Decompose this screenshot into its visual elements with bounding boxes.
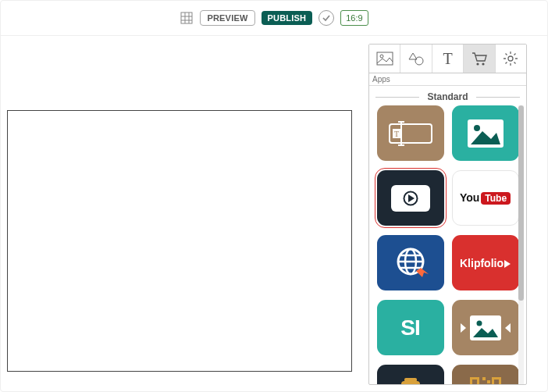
- toolbar-center-group: PREVIEW PUBLISH 16:9: [180, 10, 368, 26]
- stack-app[interactable]: [377, 365, 444, 384]
- panel-scrollbar[interactable]: [518, 105, 524, 384]
- svg-marker-43: [505, 323, 511, 333]
- publish-button[interactable]: PUBLISH: [262, 11, 313, 25]
- text-type-icon: T: [443, 50, 452, 68]
- apps-grid: T: [375, 105, 520, 384]
- cart-icon: [471, 52, 487, 66]
- youtube-icon: YouTube: [460, 191, 511, 205]
- klipfolio-app[interactable]: Klipfolio: [452, 235, 519, 290]
- svg-point-40: [476, 320, 482, 326]
- svg-line-19: [514, 54, 516, 55]
- svg-rect-54: [487, 380, 490, 383]
- stack-icon: [395, 378, 426, 385]
- svg-point-10: [482, 62, 484, 65]
- panel-apps-label: Apps: [369, 73, 526, 86]
- youtube-app[interactable]: YouTube: [452, 170, 519, 226]
- svg-rect-45: [404, 378, 417, 382]
- svg-rect-0: [181, 12, 192, 23]
- editor-viewport: PREVIEW PUBLISH 16:9: [0, 0, 548, 392]
- svg-point-27: [474, 125, 480, 131]
- tab-shapes[interactable]: [400, 45, 432, 73]
- slideshow-app[interactable]: [452, 300, 519, 355]
- section-standard-header: Standard: [369, 91, 526, 102]
- gear-icon: [504, 52, 518, 66]
- slideshow-icon: [458, 309, 513, 347]
- grid-icon: [180, 12, 193, 24]
- right-panel: T Apps St: [368, 44, 527, 385]
- svg-point-8: [415, 57, 423, 65]
- stock-image-app[interactable]: SI: [377, 300, 444, 355]
- aspect-ratio-button[interactable]: 16:9: [340, 10, 368, 26]
- svg-marker-31: [408, 194, 415, 202]
- picture-icon: [465, 117, 506, 150]
- image-icon: [376, 52, 393, 66]
- svg-point-9: [476, 62, 479, 65]
- svg-rect-48: [472, 380, 477, 384]
- checkmark-icon: [322, 13, 331, 23]
- validate-button[interactable]: [318, 10, 334, 26]
- tab-settings[interactable]: [496, 45, 526, 73]
- svg-text:T: T: [394, 130, 399, 138]
- tab-text[interactable]: T: [432, 45, 464, 73]
- video-player-app[interactable]: [377, 170, 444, 226]
- svg-point-11: [508, 56, 513, 61]
- text-box-app[interactable]: T: [377, 105, 444, 161]
- section-standard-label: Standard: [419, 91, 475, 102]
- play-icon: [388, 182, 433, 215]
- svg-marker-38: [504, 260, 511, 268]
- editor-canvas[interactable]: [7, 110, 352, 372]
- panel-tab-strip: T: [369, 45, 526, 73]
- apps-scroll-area[interactable]: T: [369, 105, 526, 384]
- tab-apps[interactable]: [464, 45, 495, 73]
- tab-image[interactable]: [369, 45, 400, 73]
- shape-icon: [408, 52, 424, 66]
- svg-line-16: [506, 54, 507, 55]
- image-app[interactable]: [452, 105, 519, 161]
- svg-point-6: [380, 55, 383, 58]
- preview-button[interactable]: PREVIEW: [200, 10, 254, 26]
- grid-toggle-button[interactable]: [180, 11, 194, 25]
- svg-marker-37: [416, 268, 429, 277]
- svg-rect-29: [391, 185, 430, 212]
- qr-app[interactable]: [452, 365, 519, 384]
- svg-rect-53: [482, 377, 486, 380]
- textbox-icon: T: [389, 120, 432, 147]
- web-app[interactable]: [377, 235, 444, 290]
- svg-marker-42: [461, 323, 466, 333]
- svg-marker-7: [409, 53, 417, 59]
- klipfolio-icon: Klipfolio: [460, 257, 511, 269]
- svg-point-30: [404, 191, 417, 205]
- svg-line-17: [514, 62, 516, 64]
- top-toolbar: PREVIEW PUBLISH 16:9: [1, 1, 547, 36]
- svg-rect-50: [494, 380, 499, 384]
- globe-icon: [393, 245, 429, 281]
- qr-icon: [468, 376, 503, 385]
- svg-line-18: [506, 62, 507, 64]
- scrollbar-thumb[interactable]: [518, 105, 524, 301]
- si-icon: SI: [400, 315, 419, 340]
